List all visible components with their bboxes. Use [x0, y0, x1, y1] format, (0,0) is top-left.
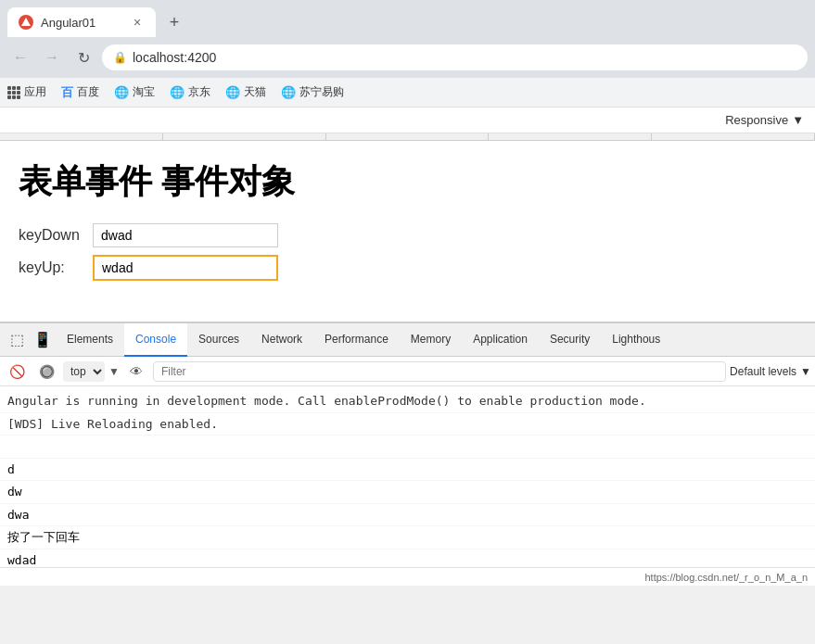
jd-icon: 🌐 [170, 85, 185, 99]
responsive-label: Responsive [725, 113, 788, 127]
forward-button[interactable]: → [39, 44, 65, 70]
bookmark-label-tmall: 天猫 [244, 84, 266, 100]
tab-security[interactable]: Security [539, 323, 601, 357]
tab-performance[interactable]: Performance [313, 323, 400, 357]
tab-bar: Angular01 × + [0, 0, 815, 37]
bookmarks-bar: 应用 百 百度 🌐 淘宝 🌐 京东 🌐 天猫 🌐 苏宁易购 [0, 78, 815, 107]
default-levels-icon: ▼ [800, 365, 811, 378]
console-line: wdad [0, 549, 815, 568]
keydown-input[interactable] [93, 223, 278, 247]
tab-title: Angular01 [41, 16, 122, 30]
apps-grid-icon [7, 86, 20, 99]
tab-elements[interactable]: Elements [56, 323, 124, 357]
tab-memory[interactable]: Memory [400, 323, 462, 357]
address-input-wrap[interactable]: 🔒 localhost:4200 [102, 44, 808, 70]
tab-close-button[interactable]: × [130, 15, 145, 30]
toolbar-segment-4 [489, 133, 652, 140]
console-filter-input[interactable] [153, 361, 726, 382]
taobao-icon: 🌐 [114, 85, 129, 99]
tab-sources[interactable]: Sources [187, 323, 250, 357]
bookmark-label-taobao: 淘宝 [133, 84, 155, 100]
console-clear-button[interactable]: 🚫 [4, 359, 30, 385]
new-tab-button[interactable]: + [159, 7, 189, 37]
devtools-device-button[interactable]: 📱 [30, 327, 56, 353]
bookmark-label-suning: 苏宁易购 [299, 84, 344, 100]
tmall-icon: 🌐 [225, 85, 240, 99]
tab-network[interactable]: Network [250, 323, 313, 357]
console-output: Angular is running in development mode. … [0, 386, 815, 567]
tab-application[interactable]: Application [462, 323, 539, 357]
status-bar: https://blog.csdn.net/_r_o_n_M_a_n [0, 567, 815, 586]
console-context-select[interactable]: top [63, 361, 105, 382]
bookmark-label-baidu: 百度 [77, 84, 99, 100]
bookmark-taobao[interactable]: 🌐 淘宝 [114, 84, 155, 100]
keyup-row: keyUp: [19, 255, 796, 281]
console-line: [WDS] Live Reloading enabled. [0, 413, 815, 436]
tab-lighthouse[interactable]: Lighthous [601, 323, 671, 357]
active-tab[interactable]: Angular01 × [7, 7, 156, 37]
keyup-input[interactable] [93, 255, 278, 281]
console-line: dwa [0, 504, 815, 527]
bookmark-label-jd: 京东 [188, 84, 210, 100]
svg-marker-0 [21, 18, 31, 26]
console-toolbar: 🚫 🔘 top ▼ 👁 Default levels ▼ [0, 357, 815, 386]
lock-icon: 🔒 [113, 51, 127, 64]
tab-console[interactable]: Console [124, 323, 187, 357]
console-line: d [0, 459, 815, 482]
toolbar-segment-3 [326, 133, 490, 140]
toolbar-segment-5 [652, 133, 815, 140]
page-content: 表单事件 事件对象 keyDown keyUp: [0, 141, 815, 322]
baidu-icon: 百 [61, 84, 73, 101]
bookmark-baidu[interactable]: 百 百度 [61, 84, 99, 101]
keyup-label: keyUp: [19, 259, 93, 276]
status-text: https://blog.csdn.net/_r_o_n_M_a_n [644, 572, 808, 583]
toolbar-segment-1 [0, 133, 163, 140]
back-button[interactable]: ← [7, 44, 33, 70]
bookmark-suning[interactable]: 🌐 苏宁易购 [281, 84, 344, 100]
bookmark-apps[interactable]: 应用 [7, 84, 46, 100]
console-eye-button[interactable]: 👁 [123, 359, 149, 385]
devtools-inspect-button[interactable]: ⬚ [4, 327, 30, 353]
console-line: Angular is running in development mode. … [0, 390, 815, 413]
dropdown-arrow-icon: ▼ [108, 365, 120, 378]
console-filter-toggle[interactable]: 🔘 [33, 359, 59, 385]
suning-icon: 🌐 [281, 85, 296, 99]
device-toolbar [0, 133, 815, 141]
page-title: 表单事件 事件对象 [19, 159, 796, 205]
refresh-button[interactable]: ↻ [70, 44, 96, 70]
responsive-dropdown[interactable]: Responsive ▼ [725, 113, 804, 127]
keydown-row: keyDown [19, 223, 796, 247]
tab-favicon [19, 15, 33, 30]
bookmark-jd[interactable]: 🌐 京东 [170, 84, 210, 100]
console-line: dw [0, 481, 815, 504]
toolbar-segment-2 [163, 133, 326, 140]
address-text: localhost:4200 [133, 50, 796, 65]
default-levels-label: Default levels [730, 365, 796, 378]
bookmark-label-apps: 应用 [24, 84, 46, 100]
devtools-tab-bar: ⬚ 📱 Elements Console Sources Network Per… [0, 323, 815, 357]
keydown-label: keyDown [19, 227, 93, 244]
responsive-bar: Responsive ▼ [0, 107, 815, 133]
address-bar: ← → ↻ 🔒 localhost:4200 [0, 37, 815, 78]
console-line: 按了一下回车 [0, 526, 815, 549]
default-levels-dropdown[interactable]: Default levels ▼ [730, 365, 811, 378]
console-line-empty [0, 436, 815, 459]
responsive-dropdown-icon: ▼ [792, 113, 804, 127]
devtools-panel: ⬚ 📱 Elements Console Sources Network Per… [0, 322, 815, 567]
bookmark-tmall[interactable]: 🌐 天猫 [225, 84, 266, 100]
